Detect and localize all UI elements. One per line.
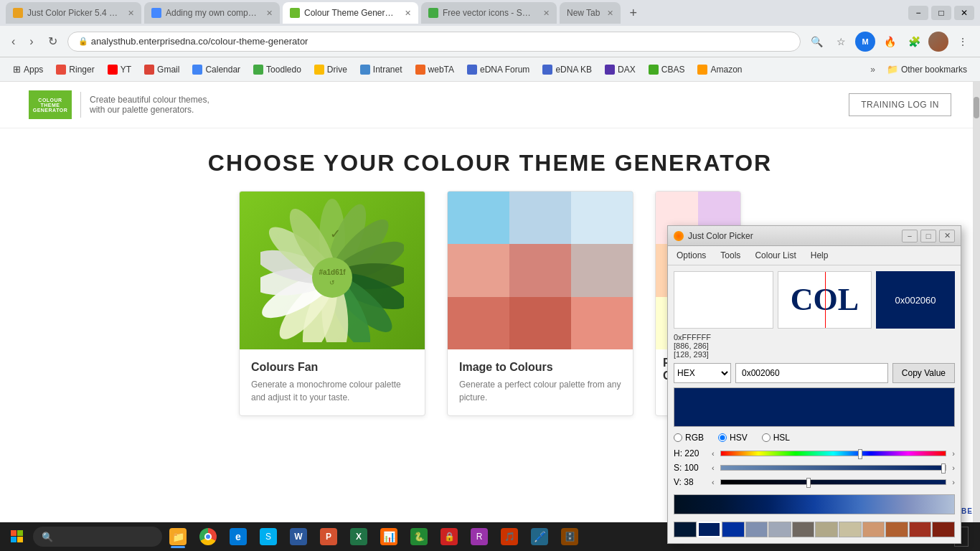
card-colours-fan[interactable]: #a1d61f ↺ ✓ Colours Fan Generate a monoc… bbox=[239, 191, 425, 416]
cp-radio-rgb-label[interactable]: RGB bbox=[674, 433, 704, 443]
scrollbar-thumb[interactable] bbox=[974, 97, 979, 118]
taskbar-chrome[interactable] bbox=[194, 524, 222, 550]
cp-menu-options[interactable]: Options bbox=[669, 248, 713, 263]
cp-swatch-11[interactable] bbox=[909, 522, 932, 537]
tab-2[interactable]: Adding my own company b... ✕ bbox=[144, 2, 280, 24]
reload-button[interactable]: ↻ bbox=[44, 32, 62, 51]
taskbar-app11[interactable]: 🎵 bbox=[495, 524, 524, 550]
cp-h-track[interactable] bbox=[720, 451, 947, 456]
cp-swatch-7[interactable] bbox=[815, 522, 838, 537]
extensions-icon[interactable]: 🧩 bbox=[904, 32, 924, 52]
edge-icon[interactable]: M bbox=[855, 32, 875, 52]
tab-3-close[interactable]: ✕ bbox=[405, 9, 411, 18]
cp-h-right-arrow[interactable]: › bbox=[952, 449, 955, 458]
cp-s-track[interactable] bbox=[720, 465, 947, 471]
bookmark-edna-forum[interactable]: eDNA Forum bbox=[461, 62, 535, 77]
cp-v-track[interactable] bbox=[720, 479, 947, 485]
bookmark-edna-kb[interactable]: eDNA KB bbox=[537, 62, 598, 77]
cp-v-right-arrow[interactable]: › bbox=[952, 478, 955, 486]
cp-input-row: HEX RGB HSV Copy Value bbox=[674, 363, 955, 383]
forward-button[interactable]: › bbox=[25, 32, 37, 51]
card-image-to-colours[interactable]: Image to Colours Generate a perfect colo… bbox=[447, 191, 633, 416]
new-tab-button[interactable]: + bbox=[623, 6, 643, 21]
taskbar-skype[interactable]: S bbox=[254, 524, 283, 550]
cp-swatch-4[interactable] bbox=[745, 522, 768, 537]
page-content: COLOUR THEME GENERATOR Create beautiful … bbox=[0, 82, 980, 551]
bookmark-calendar[interactable]: Calendar bbox=[187, 62, 246, 77]
cp-h-left-arrow[interactable]: ‹ bbox=[712, 449, 715, 458]
cp-swatch-10[interactable] bbox=[885, 522, 908, 537]
cp-minimize-button[interactable]: − bbox=[902, 230, 918, 242]
address-input[interactable]: 🔒 analysthub.enterprisedna.co/colour-the… bbox=[67, 32, 801, 52]
cp-swatch-1[interactable] bbox=[674, 522, 697, 537]
cp-swatch-9[interactable] bbox=[862, 522, 885, 537]
taskbar-app10[interactable]: R bbox=[465, 524, 494, 550]
bookmark-cbas[interactable]: CBAS bbox=[643, 62, 691, 77]
tab-1[interactable]: Just Color Picker 5.4 - best ✕ bbox=[6, 2, 141, 24]
taskbar-powerpoint[interactable]: P bbox=[314, 524, 343, 550]
tab-4-close[interactable]: ✕ bbox=[543, 9, 550, 18]
taskbar-word[interactable]: W bbox=[284, 524, 313, 550]
taskbar-search[interactable]: 🔍 bbox=[33, 527, 162, 547]
bookmark-intranet[interactable]: Intranet bbox=[354, 62, 408, 77]
cp-swatch-8[interactable] bbox=[839, 522, 862, 537]
cp-s-left-arrow[interactable]: ‹ bbox=[712, 463, 715, 472]
bookmark-apps[interactable]: ⊞ Apps bbox=[7, 61, 49, 77]
bookmark-ringer[interactable]: Ringer bbox=[50, 62, 100, 77]
training-login-button[interactable]: TRAINING LOG IN bbox=[849, 93, 951, 116]
tab-1-close[interactable]: ✕ bbox=[128, 9, 134, 18]
taskbar-excel[interactable]: X bbox=[344, 524, 373, 550]
cp-radio-hsv[interactable] bbox=[718, 433, 727, 442]
cp-swatch-5[interactable] bbox=[768, 522, 791, 537]
cp-swatch-6[interactable] bbox=[792, 522, 815, 537]
menu-icon[interactable]: ⋮ bbox=[953, 32, 973, 52]
cp-radio-rgb[interactable] bbox=[674, 433, 682, 442]
cp-menu-help[interactable]: Help bbox=[804, 248, 836, 263]
minimize-button[interactable]: − bbox=[908, 6, 928, 20]
other-bookmarks-button[interactable]: 📁 Other bookmarks bbox=[881, 61, 973, 77]
bookmarks-more-button[interactable]: » bbox=[866, 62, 880, 77]
tab-2-close[interactable]: ✕ bbox=[266, 9, 273, 18]
bookmark-icon[interactable]: ☆ bbox=[831, 32, 851, 52]
maximize-button[interactable]: □ bbox=[931, 6, 951, 20]
taskbar-app12[interactable]: 🖊️ bbox=[525, 524, 554, 550]
profile-avatar[interactable] bbox=[928, 32, 948, 52]
bookmark-gmail[interactable]: Gmail bbox=[138, 62, 185, 77]
bookmark-drive[interactable]: Drive bbox=[308, 62, 353, 77]
cp-radio-hsl[interactable] bbox=[762, 433, 771, 442]
cp-swatch-2-selected[interactable] bbox=[697, 522, 722, 537]
bookmark-yt[interactable]: YT bbox=[102, 62, 137, 77]
search-icon[interactable]: 🔍 bbox=[806, 32, 826, 52]
taskbar-file-explorer[interactable]: 📁 bbox=[164, 524, 192, 550]
bookmark-webta[interactable]: webTA bbox=[410, 62, 460, 77]
tab-5[interactable]: New Tab ✕ bbox=[560, 2, 621, 24]
tab-3[interactable]: Colour Theme Generator | ✕ bbox=[283, 2, 418, 24]
taskbar-app8[interactable]: 🐍 bbox=[405, 524, 433, 550]
bookmark-toodledo[interactable]: Toodledo bbox=[248, 62, 307, 77]
cp-maximize-button[interactable]: □ bbox=[920, 230, 936, 242]
start-button[interactable] bbox=[3, 524, 32, 550]
tab-4[interactable]: Free vector icons - SVG, PS... ✕ bbox=[421, 2, 557, 24]
taskbar-app9[interactable]: 🔒 bbox=[435, 524, 463, 550]
close-button[interactable]: ✕ bbox=[954, 6, 974, 20]
bookmark-amazon[interactable]: Amazon bbox=[692, 62, 748, 77]
flame-icon[interactable]: 🔥 bbox=[880, 32, 900, 52]
cp-v-left-arrow[interactable]: ‹ bbox=[712, 478, 715, 486]
taskbar-edge[interactable]: e bbox=[224, 524, 253, 550]
cp-close-button[interactable]: ✕ bbox=[939, 230, 955, 242]
cp-radio-hsv-label[interactable]: HSV bbox=[718, 433, 748, 443]
tab-5-close[interactable]: ✕ bbox=[607, 9, 613, 18]
bookmark-dax[interactable]: DAX bbox=[599, 62, 641, 77]
cp-menu-tools[interactable]: Tools bbox=[713, 248, 748, 263]
cp-hex-input[interactable] bbox=[735, 363, 888, 383]
cp-copy-button[interactable]: Copy Value bbox=[892, 363, 955, 383]
cp-s-right-arrow[interactable]: › bbox=[952, 463, 955, 472]
taskbar-app13[interactable]: 🗄️ bbox=[555, 524, 584, 550]
cp-radio-hsl-label[interactable]: HSL bbox=[762, 433, 790, 443]
taskbar-app7[interactable]: 📊 bbox=[374, 524, 403, 550]
cp-menu-colour-list[interactable]: Colour List bbox=[748, 248, 803, 263]
cp-swatch-12[interactable] bbox=[932, 522, 955, 537]
back-button[interactable]: ‹ bbox=[7, 32, 19, 51]
cp-swatch-3[interactable] bbox=[722, 522, 745, 537]
cp-format-select[interactable]: HEX RGB HSV bbox=[674, 363, 731, 383]
